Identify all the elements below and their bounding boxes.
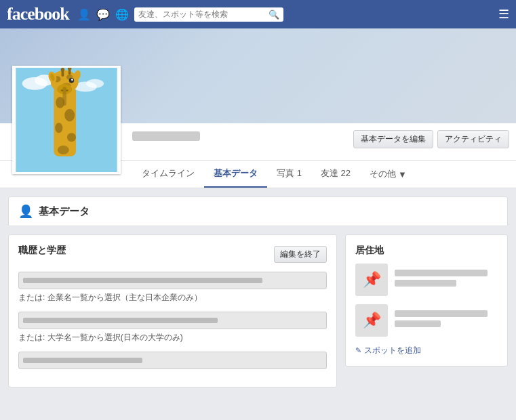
tab-photos[interactable]: 写真 1 <box>267 161 311 188</box>
tab-timeline[interactable]: タイムライン <box>132 161 204 188</box>
svg-point-7 <box>64 109 75 122</box>
company-hint: または: 企業名一覧から選択（主な日本企業のみ） <box>18 292 327 303</box>
location-blur-1 <box>395 270 498 290</box>
globe-icon[interactable]: 🌐 <box>115 8 129 21</box>
residence-title: 居住地 <box>355 245 498 257</box>
company-input[interactable] <box>18 272 327 289</box>
map-pin-box-2: 📌 <box>355 304 388 337</box>
svg-point-9 <box>67 133 76 142</box>
profile-actions: 基本データを編集 アクティビティ <box>353 130 509 148</box>
search-icon: 🔍 <box>269 9 279 20</box>
profile-name <box>132 131 200 141</box>
work-education-card: 職歴と学歴 編集を終了 または: 企業名一覧から選択（主な日本企業のみ） または… <box>8 234 337 387</box>
edit-end-button[interactable]: 編集を終了 <box>274 246 327 263</box>
profile-area: 基本データを編集 アクティビティ タイムライン 基本データ 写真 1 友達 22… <box>0 28 516 188</box>
profile-picture <box>12 66 121 174</box>
search-input[interactable] <box>138 9 266 19</box>
giraffe-image <box>14 68 119 172</box>
extra-blur <box>23 358 142 363</box>
svg-point-10 <box>58 146 69 154</box>
location-item-2: 📌 <box>355 304 498 337</box>
chevron-down-icon: ▼ <box>398 169 407 180</box>
university-field-row: または: 大学名一覧から選択(日本の大学のみ) <box>18 312 327 343</box>
university-hint: または: 大学名一覧から選択(日本の大学のみ) <box>18 332 327 343</box>
extra-field-row <box>18 352 327 369</box>
two-column-layout: 職歴と学歴 編集を終了 または: 企業名一覧から選択（主な日本企業のみ） または… <box>8 234 508 387</box>
messages-icon[interactable]: 💬 <box>96 8 110 21</box>
svg-point-19 <box>71 79 73 81</box>
svg-point-4 <box>86 79 104 88</box>
section-title: 基本データ <box>39 205 90 218</box>
pencil-icon: ✎ <box>355 346 361 355</box>
main-content: 👤 基本データ 職歴と学歴 編集を終了 または: 企業名一覧から選択（主な日本企… <box>0 188 516 396</box>
person-section-icon: 👤 <box>18 204 33 219</box>
map-pin-icon-2: 📌 <box>363 312 381 329</box>
header-right: ☰ <box>492 0 516 28</box>
tab-other[interactable]: その他 ▼ <box>360 161 416 187</box>
add-spot-label: スポットを追加 <box>364 345 421 356</box>
svg-point-8 <box>55 123 62 133</box>
section-header: 👤 基本データ <box>8 196 508 226</box>
card-header-row: 職歴と学歴 編集を終了 <box>18 245 327 264</box>
map-pin-box-1: 📌 <box>355 264 388 296</box>
search-bar: 🔍 <box>134 7 283 22</box>
add-spot-link[interactable]: ✎ スポットを追加 <box>355 345 498 356</box>
university-input[interactable] <box>18 312 327 329</box>
svg-rect-27 <box>62 87 66 106</box>
location-blur-2 <box>395 310 498 331</box>
edit-basic-data-button[interactable]: 基本データを編集 <box>353 130 433 148</box>
extra-input[interactable] <box>18 352 327 369</box>
svg-point-24 <box>61 68 65 72</box>
location-item-1: 📌 <box>355 264 498 296</box>
university-blur <box>23 318 218 323</box>
map-pin-icon-1: 📌 <box>363 271 381 289</box>
tab-basic-data[interactable]: 基本データ <box>204 161 267 188</box>
cover-photo <box>0 28 516 123</box>
work-education-title: 職歴と学歴 <box>18 245 66 257</box>
header: facebook 👤 💬 🌐 🔍 ☰ <box>0 0 516 28</box>
left-column: 職歴と学歴 編集を終了 または: 企業名一覧から選択（主な日本企業のみ） または… <box>8 234 337 387</box>
facebook-logo: facebook <box>7 4 69 24</box>
company-blur <box>23 278 262 283</box>
hamburger-icon[interactable]: ☰ <box>498 7 509 22</box>
right-column: 居住地 📌 📌 <box>345 234 508 387</box>
tab-friends[interactable]: 友達 22 <box>311 161 360 188</box>
activity-log-button[interactable]: アクティビティ <box>437 130 509 148</box>
company-field-row: または: 企業名一覧から選択（主な日本企業のみ） <box>18 272 327 303</box>
people-icon[interactable]: 👤 <box>77 8 91 21</box>
residence-card: 居住地 📌 📌 <box>345 234 508 366</box>
